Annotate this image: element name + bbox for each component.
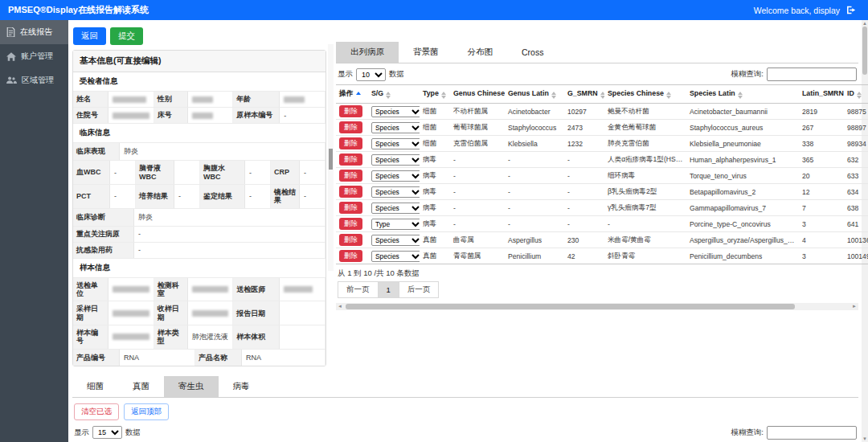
genus-latin-cell: Aspergillus [505,232,564,248]
field-value[interactable] [280,325,326,349]
field-value[interactable]: - [174,185,200,208]
sort-icon [857,92,862,99]
field-value[interactable] [108,108,154,123]
field-value[interactable]: - [134,243,326,258]
delete-button[interactable]: 删除 [339,202,362,214]
submit-button[interactable]: 提交 [110,27,143,45]
basic-panel-scrollbar[interactable] [328,44,334,271]
delete-button[interactable]: 删除 [339,121,362,133]
logout-icon[interactable] [846,6,857,14]
column-header[interactable]: ID [844,85,868,104]
field-value[interactable]: - [134,227,326,242]
prev-page-button[interactable]: 前一页 [338,281,379,298]
page-scrollbar-thumb[interactable] [862,27,867,75]
sort-icon [738,92,743,99]
field-value[interactable] [280,92,326,107]
page-size-select[interactable]: 15 [92,426,122,439]
sg-select[interactable]: Species [371,203,420,214]
delete-button[interactable]: 删除 [339,153,362,166]
field-value[interactable]: 肺炎 [120,143,326,160]
tab-fungi[interactable]: 真菌 [118,376,164,397]
pathogen-table-hscrollbar[interactable]: ◄ ► [336,303,858,310]
field-value[interactable]: - [245,161,271,184]
column-header[interactable]: Genus Chinese [450,85,505,104]
pathogen-table-row: 删除Species病毒---γ乳头瘤病毒7型Gammapapillomaviru… [336,200,868,216]
delete-button[interactable]: 删除 [339,170,362,182]
sidebar-item-region-management[interactable]: 区域管理 [0,68,68,92]
pathogen-table: 操作 S/G Type Genus Chinese Genus Latin G_… [336,84,868,264]
back-button[interactable]: 返回 [73,27,106,45]
column-header[interactable]: S/G [368,85,420,104]
field-value[interactable]: - [110,185,136,208]
delete-button[interactable]: 删除 [339,137,362,149]
next-page-button[interactable]: 后一页 [399,281,440,298]
tab-cross[interactable]: Cross [507,42,558,63]
field-value[interactable]: 肺炎 [134,209,326,226]
sg-select[interactable]: Species [371,235,420,246]
page-number-button[interactable]: 1 [379,281,399,298]
field-value[interactable] [108,301,154,325]
tab-background-flora[interactable]: 背景菌 [399,42,453,63]
sg-select[interactable]: Species [371,154,420,166]
delete-button[interactable]: 删除 [339,186,362,198]
field-value[interactable]: RNA [242,350,326,366]
sg-select[interactable]: Species [371,106,420,117]
column-header[interactable]: Type [420,85,450,104]
tab-viruses[interactable]: 病毒 [219,376,264,397]
field-value[interactable] [280,278,326,301]
fuzzy-search-input[interactable] [767,68,857,81]
field-value[interactable]: - [300,161,326,184]
hscrollbar-thumb[interactable] [346,304,795,309]
scroll-down-arrow-icon[interactable]: ▼ [862,436,868,442]
delete-button[interactable]: 删除 [339,234,362,246]
sg-select[interactable]: Species [371,138,420,149]
sg-select[interactable]: Species [371,170,420,182]
field-value[interactable] [188,92,234,107]
sidebar-item-account-management[interactable]: 账户管理 [0,44,68,68]
delete-button[interactable]: 删除 [339,250,362,262]
field-value[interactable] [108,325,154,349]
show-label: 显示 [74,428,89,438]
field-value[interactable] [108,278,154,301]
sidebar-item-online-report[interactable]: 在线报告 [0,20,68,44]
tab-distribution[interactable]: 分布图 [453,42,508,63]
back-to-top-button[interactable]: 返回顶部 [124,403,169,420]
field-value[interactable]: - [245,185,271,208]
fuzzy-search-input[interactable] [767,426,857,440]
sg-select[interactable]: Type [371,219,420,230]
field-value[interactable] [108,92,154,107]
scroll-left-arrow-icon[interactable]: ◄ [336,303,344,310]
redacted-value [113,96,146,103]
field-value[interactable]: - [280,108,326,123]
tab-parasites[interactable]: 寄生虫 [164,376,219,397]
tab-bacteria[interactable]: 细菌 [72,376,118,397]
field-value[interactable]: RNA [120,350,195,366]
field-value[interactable]: - [110,161,136,184]
column-header[interactable]: 操作 [336,85,368,104]
field-value[interactable]: - [300,185,326,208]
column-header[interactable]: G_SMRN [564,85,604,104]
delete-button[interactable]: 删除 [339,105,362,117]
field-value[interactable] [188,301,234,325]
sg-select[interactable]: Species [371,122,420,133]
field-value[interactable]: 肺泡灌洗液 [188,325,234,349]
column-header[interactable]: Genus Latin [505,85,564,104]
field-value[interactable] [188,278,234,301]
clear-selected-button[interactable]: 清空已选 [74,403,119,420]
species-chinese-cell: 鲍曼不动杆菌 [604,104,686,120]
field-value[interactable] [188,108,234,123]
tab-listed-pathogens[interactable]: 出列病原 [336,42,399,63]
sg-select[interactable]: Species [371,251,420,262]
column-header[interactable]: Species Latin [686,85,799,104]
delete-button[interactable]: 删除 [339,218,362,230]
column-header[interactable]: Species Chinese [604,85,686,104]
column-header[interactable]: Latin_SMRN [799,85,844,104]
basic-panel-scrollbar-thumb[interactable] [329,149,333,170]
scroll-up-arrow-icon[interactable]: ▲ [862,20,868,27]
sg-select[interactable]: Species [371,186,420,198]
field-value[interactable] [280,301,326,325]
scroll-right-arrow-icon[interactable]: ► [850,303,858,310]
pagination: 前一页 1 后一页 [336,281,858,298]
page-size-select[interactable]: 10 [356,68,386,81]
field-value[interactable] [174,161,200,184]
